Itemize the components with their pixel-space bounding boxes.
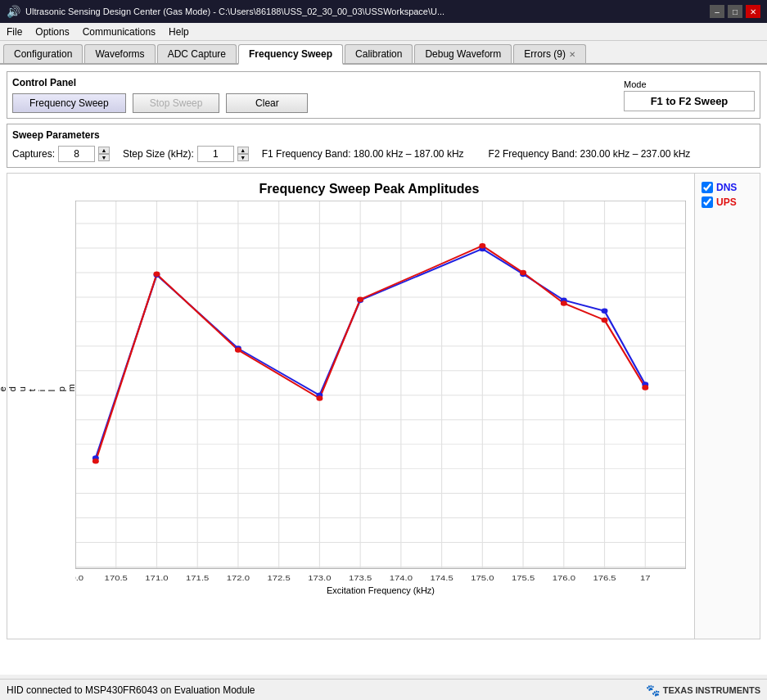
svg-point-80 bbox=[642, 385, 648, 391]
captures-label: Captures: bbox=[12, 148, 55, 160]
menu-communications[interactable]: Communications bbox=[83, 26, 156, 38]
chart-legend: DNS UPS bbox=[694, 174, 760, 639]
tab-errors[interactable]: Errors (9) ✕ bbox=[513, 44, 586, 63]
minimize-button[interactable]: – bbox=[710, 5, 724, 18]
mode-value: F1 to F2 Sweep bbox=[624, 91, 755, 111]
control-panel-title: Control Panel bbox=[12, 77, 308, 88]
ti-logo-text: TEXAS INSTRUMENTS bbox=[663, 685, 760, 695]
svg-point-71 bbox=[92, 458, 99, 464]
ti-logo-icon: 🐾 bbox=[646, 684, 660, 697]
svg-text:173.5: 173.5 bbox=[349, 574, 372, 582]
svg-text:17: 17 bbox=[640, 574, 651, 582]
frequency-sweep-button[interactable]: Frequency Sweep bbox=[12, 93, 126, 113]
mode-label: Mode bbox=[624, 79, 755, 89]
svg-point-74 bbox=[316, 395, 323, 401]
tab-configuration[interactable]: Configuration bbox=[3, 44, 83, 63]
svg-text:171.0: 171.0 bbox=[145, 574, 168, 582]
title-bar: 🔊 Ultrasonic Sensing Design Center (Gas … bbox=[0, 0, 767, 23]
svg-rect-0 bbox=[75, 201, 686, 568]
tab-adc-capture[interactable]: ADC Capture bbox=[157, 44, 237, 63]
chart-area: Frequency Sweep Peak Amplitudes PeakAmpl… bbox=[7, 174, 694, 639]
svg-text:172.5: 172.5 bbox=[268, 574, 291, 582]
svg-text:170.5: 170.5 bbox=[105, 574, 128, 582]
ups-label: UPS bbox=[716, 196, 737, 208]
maximize-button[interactable]: □ bbox=[728, 5, 742, 18]
legend-ups: UPS bbox=[702, 196, 753, 208]
stop-sweep-button[interactable]: Stop Sweep bbox=[133, 93, 220, 113]
clear-button[interactable]: Clear bbox=[226, 93, 308, 113]
f2-band-info: F2 Frequency Band: 230.00 kHz – 237.00 k… bbox=[489, 148, 691, 160]
svg-point-73 bbox=[235, 347, 241, 353]
app-icon: 🔊 bbox=[7, 5, 20, 18]
svg-text:175.5: 175.5 bbox=[512, 574, 535, 582]
svg-point-75 bbox=[357, 296, 363, 302]
sweep-params-section: Sweep Parameters Captures: ▲ ▼ Step Size… bbox=[7, 124, 760, 168]
step-size-up[interactable]: ▲ bbox=[237, 147, 249, 154]
tab-calibration[interactable]: Calibration bbox=[345, 44, 413, 63]
tab-errors-close[interactable]: ✕ bbox=[569, 50, 575, 59]
y-axis-label: PeakAmplitude bbox=[61, 225, 72, 551]
svg-text:174.5: 174.5 bbox=[430, 574, 453, 582]
step-size-label: Step Size (kHz): bbox=[123, 148, 194, 160]
svg-text:171.5: 171.5 bbox=[186, 574, 209, 582]
captures-up[interactable]: ▲ bbox=[98, 147, 110, 154]
svg-point-78 bbox=[561, 300, 567, 306]
control-panel-section: Control Panel Frequency Sweep Stop Sweep… bbox=[7, 71, 760, 119]
window-title: Ultrasonic Sensing Design Center (Gas Mo… bbox=[25, 7, 444, 16]
svg-text:173.0: 173.0 bbox=[308, 574, 331, 582]
dns-label: DNS bbox=[716, 182, 737, 193]
status-text: HID connected to MSP430FR6043 on Evaluat… bbox=[7, 684, 255, 696]
f1-band-info: F1 Frequency Band: 180.00 kHz – 187.00 k… bbox=[262, 148, 464, 160]
menu-bar: File Options Communications Help bbox=[0, 23, 767, 41]
svg-point-69 bbox=[602, 309, 608, 314]
menu-options[interactable]: Options bbox=[35, 26, 69, 38]
svg-text:172.0: 172.0 bbox=[227, 574, 250, 582]
legend-dns: DNS bbox=[702, 182, 753, 193]
svg-text:0.0: 0.0 bbox=[75, 574, 83, 582]
tab-debug-waveform[interactable]: Debug Waveform bbox=[414, 44, 512, 63]
svg-point-72 bbox=[154, 272, 160, 278]
tab-bar: Configuration Waveforms ADC Capture Freq… bbox=[0, 41, 767, 65]
chart-svg: 360 350 340 330 320 310 300 290 280 270 … bbox=[75, 201, 686, 584]
menu-file[interactable]: File bbox=[7, 26, 22, 38]
sweep-params-title: Sweep Parameters bbox=[12, 129, 755, 141]
svg-point-79 bbox=[602, 318, 608, 323]
status-bar: HID connected to MSP430FR6043 on Evaluat… bbox=[0, 679, 767, 700]
chart-title: Frequency Sweep Peak Amplitudes bbox=[52, 182, 686, 196]
close-button[interactable]: ✕ bbox=[746, 5, 760, 18]
tab-waveforms[interactable]: Waveforms bbox=[84, 44, 155, 63]
svg-point-77 bbox=[520, 270, 526, 276]
ti-logo: 🐾 TEXAS INSTRUMENTS bbox=[646, 684, 760, 697]
svg-text:176.5: 176.5 bbox=[593, 574, 616, 582]
tab-frequency-sweep[interactable]: Frequency Sweep bbox=[238, 44, 343, 65]
captures-input[interactable] bbox=[58, 146, 95, 162]
chart-container: Frequency Sweep Peak Amplitudes PeakAmpl… bbox=[7, 173, 760, 639]
dns-checkbox[interactable] bbox=[702, 182, 713, 193]
menu-help[interactable]: Help bbox=[169, 26, 189, 38]
svg-text:176.0: 176.0 bbox=[553, 574, 575, 582]
x-axis-label: Excitation Frequency (kHz) bbox=[75, 585, 686, 595]
step-size-down[interactable]: ▼ bbox=[237, 154, 249, 161]
ups-checkbox[interactable] bbox=[702, 196, 713, 208]
main-content: Control Panel Frequency Sweep Stop Sweep… bbox=[0, 65, 767, 675]
captures-down[interactable]: ▼ bbox=[98, 154, 110, 161]
step-size-input[interactable] bbox=[197, 146, 234, 162]
svg-text:174.0: 174.0 bbox=[390, 574, 413, 582]
svg-point-76 bbox=[479, 243, 485, 249]
svg-text:175.0: 175.0 bbox=[471, 574, 494, 582]
